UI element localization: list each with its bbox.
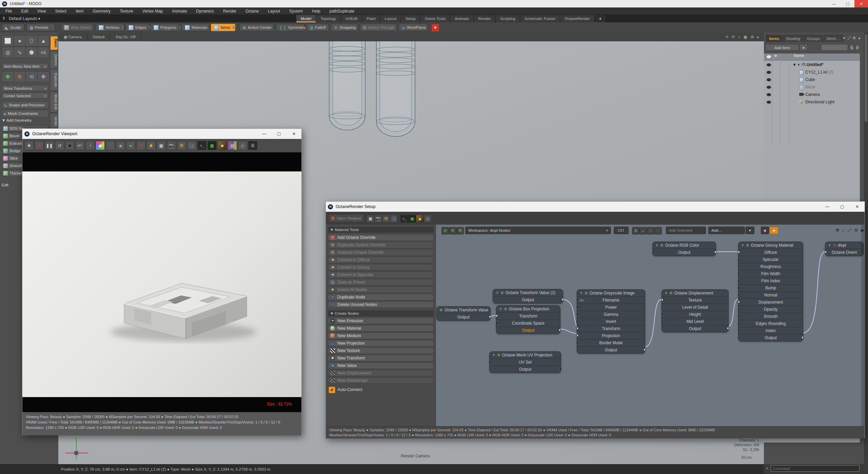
film-icon[interactable]: ◎ xyxy=(424,215,432,223)
collapse-icon[interactable]: ▼ xyxy=(741,242,744,249)
nav-left-icon[interactable]: ← xyxy=(639,227,647,234)
input-connector[interactable] xyxy=(738,265,740,268)
add-override-node-icon[interactable]: ⚙ xyxy=(449,227,456,234)
new-medium-button[interactable]: New Medium xyxy=(328,332,434,339)
output-connector[interactable] xyxy=(561,298,563,301)
layout-up-icon[interactable]: ⬆ xyxy=(2,16,5,21)
film-icon[interactable]: ◎ xyxy=(238,141,247,150)
menu-pathduplicate[interactable]: pathDuplicate xyxy=(330,9,354,14)
collapse-icon[interactable]: ▼ xyxy=(828,242,831,249)
save-as-preset-button[interactable]: ↓Save as Preset xyxy=(328,279,434,286)
sidebar-tab-basic[interactable]: Basic xyxy=(50,36,58,50)
input-connector[interactable] xyxy=(577,313,578,316)
presets-button[interactable]: ◍Presets xyxy=(26,24,55,31)
graph-corner-icon[interactable]: ⌐ xyxy=(437,227,441,234)
input-connector[interactable] xyxy=(662,298,664,302)
new-value-button[interactable]: ∿New Value xyxy=(328,362,434,369)
circle-toggle[interactable]: ● xyxy=(770,227,778,234)
diamond-toggle[interactable]: ◆ xyxy=(761,227,769,234)
menu-layout[interactable]: Layout xyxy=(268,9,280,14)
export-icon[interactable]: ➦ xyxy=(126,141,135,150)
mesh-constraints-button[interactable]: ◕Mesh Constraints xyxy=(2,110,48,117)
node-mesh-uv-projection[interactable]: ▼⚙Octane Mesh UV Projection UV Set Outpu… xyxy=(489,351,561,373)
add-geometry-header[interactable]: ▼ Add Geometry xyxy=(2,118,32,122)
graph-scrollbar[interactable] xyxy=(861,225,864,426)
terminal-icon[interactable]: >_ xyxy=(400,215,408,223)
link-nodes-icon[interactable]: ⇄ xyxy=(441,227,449,234)
eye-icon[interactable] xyxy=(767,101,771,104)
center-selected-dropdown[interactable]: Center Selected▾ xyxy=(2,92,48,99)
input-connector[interactable] xyxy=(738,329,740,332)
convert-to-diffuse-button[interactable]: ➜Convert to Diffuse xyxy=(328,256,434,263)
add-menu-button[interactable]: Add... xyxy=(708,227,745,234)
input-connector[interactable] xyxy=(662,320,663,323)
menu-help[interactable]: Help xyxy=(312,9,320,14)
cone-tool-icon[interactable]: ▲ xyxy=(37,35,50,46)
menu-vertex-map[interactable]: Vertex Map xyxy=(142,9,163,14)
input-connector[interactable] xyxy=(738,279,740,282)
input-connector[interactable] xyxy=(662,306,663,309)
filter-s-button[interactable]: S xyxy=(849,44,854,51)
delete-unused-nodes-button[interactable]: ✕Delete Unused Nodes xyxy=(328,301,434,308)
output-connector[interactable] xyxy=(489,315,490,318)
minimize-button[interactable]: — xyxy=(820,202,835,212)
duplicate-node-button[interactable]: +Duplicate Node xyxy=(328,294,434,301)
filter-f-button[interactable]: F xyxy=(855,44,860,51)
grid-view-icon[interactable]: ∷∷ xyxy=(614,227,629,234)
eye-icon[interactable] xyxy=(767,71,771,74)
input-connector[interactable] xyxy=(738,250,740,254)
sidebar-tab-duplicate[interactable]: Duplicate xyxy=(50,69,58,91)
layers-icon[interactable]: ❏ xyxy=(390,215,398,223)
input-connector[interactable] xyxy=(496,314,498,317)
menu-system[interactable]: System xyxy=(289,9,303,14)
menu-render[interactable]: Render xyxy=(223,9,236,14)
eye-icon[interactable] xyxy=(767,63,771,66)
select-all-nodes-button[interactable]: ≣Select All Nodes xyxy=(328,286,434,293)
maximize-button[interactable]: ▢ xyxy=(272,129,287,139)
output-connector[interactable] xyxy=(714,250,716,254)
text-tool-icon[interactable]: A& xyxy=(37,47,50,58)
add-item-button[interactable]: Add Item xyxy=(765,44,799,51)
collapse-icon[interactable]: ▼ xyxy=(665,290,668,296)
panel-tabs-dropdown-icon[interactable]: ▾ xyxy=(843,36,845,40)
collapse-icon[interactable]: ▼ xyxy=(492,352,495,358)
layers-icon[interactable]: ❏ xyxy=(187,141,196,150)
collapse-icon[interactable]: ▼ xyxy=(496,289,499,296)
create-nodes-header[interactable]: ▼ Create Nodes xyxy=(328,310,434,316)
menu-geometry[interactable]: Geometry xyxy=(93,9,111,14)
close-button[interactable]: ✕ xyxy=(850,202,865,212)
collapse-icon[interactable]: ▼ xyxy=(499,306,502,312)
clock-icon[interactable]: ◔ xyxy=(85,141,95,150)
auto-select-button[interactable]: Auto Select xyxy=(61,24,94,31)
camera-lock-icon[interactable]: ⧈ xyxy=(116,141,125,150)
node-box-projection[interactable]: ▼⚙Octane Box Projection Transform Coordi… xyxy=(496,305,560,334)
add-form-button[interactable]: + xyxy=(431,24,439,32)
list-icon[interactable]: ☰ xyxy=(248,141,257,150)
sculpt-button[interactable]: ◣Sculpt xyxy=(2,24,24,31)
eye-icon[interactable] xyxy=(767,78,771,81)
input-connector[interactable] xyxy=(577,306,578,309)
output-connector[interactable] xyxy=(558,328,560,332)
tab-setup[interactable]: Setup xyxy=(401,15,420,22)
node-greyscale-image[interactable]: ▼⚙Octane Greyscale Image abcFilename Pow… xyxy=(577,289,645,354)
node-transform-value[interactable]: ⚙Octane Transform Value Output xyxy=(436,306,491,321)
item-row-untitled[interactable]: ▼ + Untitled* xyxy=(764,61,860,68)
action-center-button[interactable]: ⊕Action Center xyxy=(239,24,274,31)
tab-schematic-fusion[interactable]: Schematic Fusion xyxy=(520,15,560,22)
scale-gizmo-icon[interactable]: ✥ xyxy=(37,71,50,82)
eye-icon[interactable] xyxy=(767,93,771,96)
add-item-dropdown[interactable]: ▾ xyxy=(800,44,808,51)
menu-select[interactable]: Select xyxy=(55,9,66,14)
sidebar-tab-deform[interactable]: Deform xyxy=(50,51,58,68)
sphere-tool-icon[interactable]: ● xyxy=(14,35,26,46)
add-menu-dropdown[interactable]: ▾ xyxy=(746,227,754,234)
bucket-icon[interactable]: ⛃ xyxy=(382,215,390,223)
input-connector[interactable] xyxy=(496,322,498,325)
pause-icon[interactable]: ❚❚ xyxy=(45,141,54,150)
graph-pan-icon[interactable]: ✥ xyxy=(835,227,840,233)
cube-tool-icon[interactable]: ⬜ xyxy=(2,35,14,46)
pick-icon[interactable]: ⚡ xyxy=(146,141,156,150)
item-row-directional-light[interactable]: Directional Light xyxy=(764,98,860,106)
screw-tool-icon[interactable]: ∿ xyxy=(14,47,26,58)
workplane-button[interactable]: ▱WorkPlane xyxy=(399,24,428,31)
